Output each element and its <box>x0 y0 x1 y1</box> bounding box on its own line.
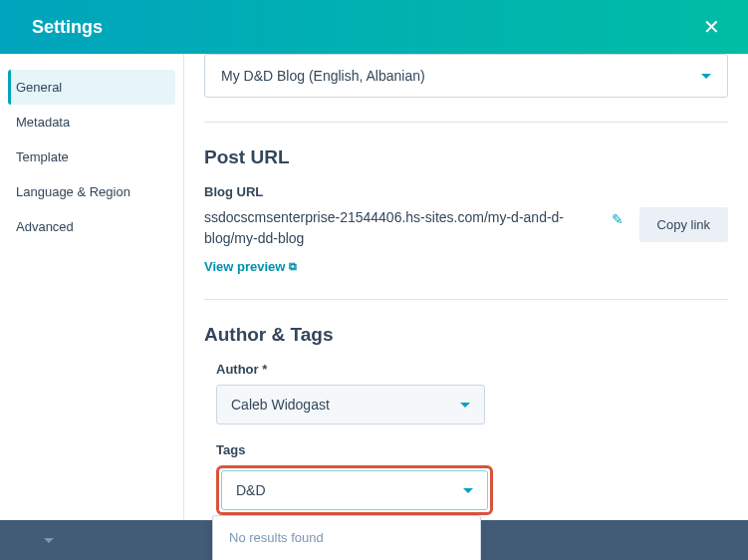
tags-select[interactable]: D&D <box>221 470 488 510</box>
no-results-text: No results found <box>213 516 480 559</box>
tags-dropdown: No results found + Add "D&D" tag <box>212 515 481 560</box>
sidebar-item-label: Advanced <box>16 219 74 234</box>
sidebar-item-metadata[interactable]: Metadata <box>8 105 175 140</box>
chevron-down-icon <box>460 403 470 408</box>
divider <box>204 299 728 300</box>
sidebar-item-label: General <box>16 80 62 95</box>
sidebar-item-general[interactable]: General <box>8 70 175 105</box>
author-label: Author * <box>216 362 728 377</box>
sidebar-item-template[interactable]: Template <box>8 140 175 174</box>
author-tags-heading: Author & Tags <box>204 324 728 346</box>
post-url-heading: Post URL <box>204 146 728 168</box>
sidebar-item-advanced[interactable]: Advanced <box>8 209 175 244</box>
view-preview-link[interactable]: View preview ⧉ <box>204 259 297 274</box>
chevron-down-icon[interactable] <box>44 538 54 543</box>
pencil-icon: ✎ <box>612 211 623 227</box>
copy-link-button[interactable]: Copy link <box>639 207 728 242</box>
settings-content: My D&D Blog (English, Albanian) Post URL… <box>183 54 748 520</box>
sidebar-item-language-region[interactable]: Language & Region <box>8 174 175 209</box>
blog-url-label: Blog URL <box>204 184 728 199</box>
sidebar-item-label: Metadata <box>16 115 70 130</box>
chevron-down-icon <box>463 488 473 493</box>
author-select[interactable]: Caleb Widogast <box>216 385 485 424</box>
blog-url-value: ssdocscmsenterprise-21544406.hs-sites.co… <box>204 207 596 249</box>
edit-url-button[interactable]: ✎ <box>608 207 627 231</box>
tags-label: Tags <box>216 442 728 457</box>
tags-value: D&D <box>236 482 266 498</box>
close-icon: ✕ <box>703 16 720 38</box>
chevron-down-icon <box>701 74 711 79</box>
settings-sidebar: General Metadata Template Language & Reg… <box>0 54 183 520</box>
close-button[interactable]: ✕ <box>699 11 724 43</box>
divider <box>204 122 728 123</box>
copy-link-label: Copy link <box>657 217 710 232</box>
settings-header: Settings ✕ <box>0 0 748 54</box>
blog-select[interactable]: My D&D Blog (English, Albanian) <box>204 54 728 98</box>
sidebar-item-label: Language & Region <box>16 184 130 199</box>
blog-select-value: My D&D Blog (English, Albanian) <box>221 68 425 84</box>
sidebar-item-label: Template <box>16 149 69 164</box>
view-preview-label: View preview <box>204 259 285 274</box>
external-link-icon: ⧉ <box>289 260 297 273</box>
tags-select-highlight: D&D <box>216 465 493 515</box>
author-value: Caleb Widogast <box>231 397 330 413</box>
settings-title: Settings <box>32 17 103 38</box>
